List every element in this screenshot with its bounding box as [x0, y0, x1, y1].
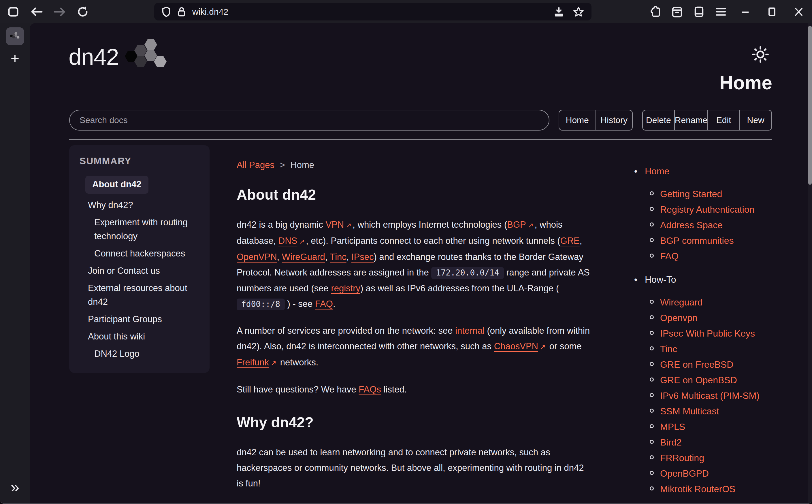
summary-item[interactable]: About this wiki [78, 330, 203, 343]
downloads-button[interactable] [552, 5, 566, 18]
new-tab-button[interactable]: + [0, 50, 30, 67]
maximize-button[interactable] [765, 5, 779, 18]
toc-child: SSM Multicast [631, 403, 804, 419]
delete-button[interactable]: Delete [643, 110, 674, 130]
section-heading: About dn42 [237, 186, 591, 204]
inline-link[interactable]: DNS [278, 236, 297, 246]
expand-sidebar-button[interactable]: » [0, 478, 30, 496]
summary-item[interactable]: About dn42 [85, 176, 148, 194]
inline-link[interactable]: FAQ [315, 299, 333, 309]
bookmark-star-button[interactable] [572, 5, 585, 18]
close-button[interactable] [792, 5, 805, 18]
extensions-icon [649, 6, 661, 18]
toc-link[interactable]: Address Space [660, 220, 723, 230]
inline-link[interactable]: OpenVPN [237, 252, 277, 262]
lock-icon[interactable] [177, 6, 186, 17]
summary-list: About dn42Why dn42?Experiment with routi… [78, 176, 203, 361]
shield-icon[interactable] [162, 6, 171, 17]
container-button[interactable] [670, 5, 684, 18]
toc-link[interactable]: FRRouting [660, 453, 704, 463]
reload-button[interactable] [76, 5, 89, 18]
inline-link[interactable]: Freifunk [237, 357, 269, 367]
edit-button[interactable]: Edit [707, 110, 739, 130]
toc-child: Bird2 [631, 435, 804, 450]
circle-bullet-icon [650, 300, 654, 304]
device-button[interactable] [692, 5, 706, 18]
close-icon [794, 7, 804, 17]
inline-link[interactable]: GRE [560, 236, 580, 246]
new-button[interactable]: New [739, 110, 771, 130]
search-input[interactable] [69, 110, 549, 131]
toc-link[interactable]: Bird2 [660, 437, 682, 448]
toc-label: How-To [645, 274, 676, 285]
summary-title: SUMMARY [78, 156, 203, 167]
summary-item[interactable]: Connect hackerspaces [78, 247, 203, 261]
toc-link[interactable]: OpenBGPD [660, 468, 709, 479]
summary-item[interactable]: Why dn42? [78, 198, 203, 212]
page-title: Home [719, 72, 772, 94]
toc-link[interactable]: IPv6 Multicast (PIM-SM) [660, 390, 760, 401]
site-logo[interactable]: dn42 [69, 37, 172, 77]
inline-link[interactable]: Tinc [330, 252, 346, 262]
minimize-button[interactable] [738, 5, 752, 18]
toc-link[interactable]: Registry Authentication [660, 204, 754, 215]
circle-bullet-icon [650, 486, 654, 490]
inline-link[interactable]: registry [331, 283, 360, 293]
inline-link[interactable]: BGP [507, 220, 526, 230]
rename-button[interactable]: Rename [674, 110, 707, 130]
external-link-icon: ↗ [344, 221, 353, 229]
toc-link[interactable]: BGP communities [660, 235, 734, 246]
circle-bullet-icon [650, 409, 654, 413]
inline-link[interactable]: VPN [325, 220, 344, 230]
toc-link[interactable]: Mikrotik RouterOS [660, 484, 735, 494]
circle-bullet-icon [650, 424, 654, 428]
back-icon [30, 7, 43, 17]
circle-bullet-icon [650, 331, 654, 335]
circle-bullet-icon [650, 377, 654, 382]
toc-link[interactable]: IPsec With Public Keys [660, 328, 755, 339]
home-button[interactable]: Home [559, 110, 596, 130]
inline-link[interactable]: FAQs [359, 384, 381, 394]
toc-child: Openvpn [631, 310, 804, 326]
summary-item[interactable]: Participant Groups [78, 312, 203, 326]
inline-link[interactable]: IPsec [351, 252, 374, 262]
summary-item[interactable]: Join or Contact us [78, 264, 203, 278]
toc-link[interactable]: Wireguard [660, 297, 703, 307]
menu-button[interactable] [714, 5, 728, 18]
inline-link[interactable]: internal [455, 326, 485, 336]
sun-icon [751, 45, 770, 64]
back-button[interactable] [30, 5, 43, 18]
theme-toggle-button[interactable] [751, 45, 770, 64]
toc-link[interactable]: FAQ [660, 251, 679, 261]
history-button[interactable]: History [596, 110, 632, 130]
summary-item[interactable]: Experiment with routing technology [78, 216, 203, 243]
toc-link[interactable]: GRE on OpenBSD [660, 375, 737, 385]
summary-item[interactable]: External resources about dn42 [78, 281, 203, 309]
toc-link[interactable]: Getting Started [660, 189, 722, 199]
toc-link[interactable]: Home [645, 166, 669, 176]
wiki-page: dn42 Home HomeH [30, 23, 812, 504]
page-scrollbar-thumb[interactable] [808, 26, 812, 185]
extensions-button[interactable] [649, 5, 662, 18]
summary-panel: SUMMARY About dn42Why dn42?Experiment wi… [69, 145, 210, 373]
inline-link[interactable]: WireGuard [282, 252, 325, 262]
external-link-icon: ↗ [269, 359, 278, 367]
header-divider [69, 139, 772, 140]
sidebar-toggle-button[interactable] [7, 5, 20, 18]
summary-item[interactable]: DN42 Logo [78, 347, 203, 361]
breadcrumb-link[interactable]: All Pages [237, 160, 274, 170]
active-tab[interactable] [6, 27, 24, 45]
toc-link[interactable]: MPLS [660, 422, 685, 432]
toc-link[interactable]: GRE on FreeBSD [660, 359, 733, 370]
container-icon [671, 6, 683, 18]
bookmark-star-icon [573, 6, 584, 18]
url-bar[interactable]: wiki.dn42 [154, 3, 591, 20]
toc-child: Registry Authentication [631, 202, 804, 217]
toc-link[interactable]: Openvpn [660, 313, 698, 323]
forward-button[interactable] [53, 5, 66, 18]
circle-bullet-icon [650, 238, 654, 242]
toc-link[interactable]: SSM Multicast [660, 406, 719, 416]
paragraph: Still have questions? We have FAQs liste… [237, 382, 591, 397]
toc-link[interactable]: Tinc [660, 344, 677, 354]
inline-link[interactable]: ChaosVPN [494, 341, 538, 351]
